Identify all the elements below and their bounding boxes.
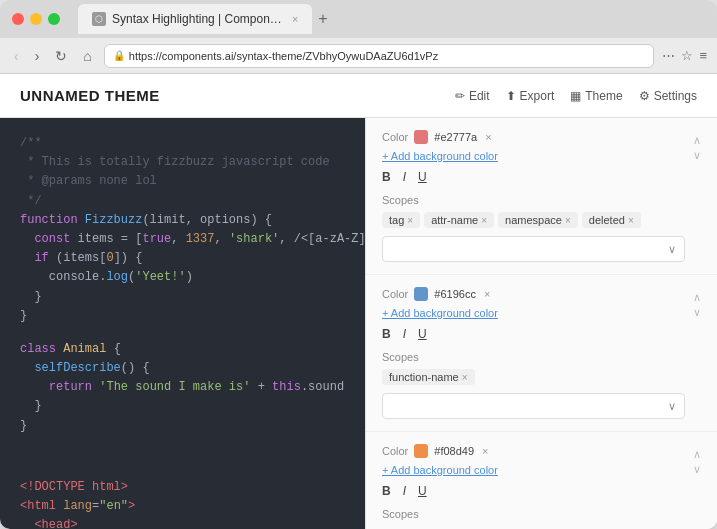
scopes-row-1: tag× attr-name× namespace× deleted× [382,212,685,228]
color-section-2: Color #6196cc × + Add background color B… [366,275,717,432]
code-line: * This is totally fizzbuzz javascript co… [20,153,345,172]
code-line: selfDescribe() { [20,359,345,378]
bookmark-button[interactable]: ☆ [681,48,693,63]
code-line: * @params none lol [20,172,345,191]
new-tab-button[interactable]: + [318,10,327,28]
color-remove-2[interactable]: × [484,288,490,300]
color-swatch-1[interactable] [414,130,428,144]
code-line: /** [20,134,345,153]
header-actions: ✏ Edit ⬆ Export ▦ Theme ⚙ Settings [455,89,697,103]
scope-remove[interactable]: × [628,215,634,226]
color-swatch-2[interactable] [414,287,428,301]
scopes-label-3: Scopes [382,508,685,520]
scopes-label-1: Scopes [382,194,685,206]
color-header-1: Color #e2777a × [382,130,685,144]
code-line: class Animal { [20,340,345,359]
tab-close-button[interactable]: × [292,13,298,25]
bold-button-3[interactable]: B [382,484,391,498]
color-remove-3[interactable]: × [482,445,488,457]
chevron-down-icon[interactable]: ∨ [693,463,701,476]
forward-button[interactable]: › [31,46,44,66]
code-line: <head> [20,516,345,529]
italic-button-3[interactable]: I [403,484,406,498]
color-swatch-3[interactable] [414,444,428,458]
edit-icon: ✏ [455,89,465,103]
color-label: Color [382,288,408,300]
page-title: UNNAMED THEME [20,87,455,104]
tab-title: Syntax Highlighting | Compon… [112,12,282,26]
chevron-down-icon: ∨ [668,400,676,413]
add-bg-link-1[interactable]: + Add background color [382,150,685,162]
code-line: } [20,417,345,436]
edit-button[interactable]: ✏ Edit [455,89,490,103]
italic-button-2[interactable]: I [403,327,406,341]
export-icon: ⬆ [506,89,516,103]
scope-remove[interactable]: × [462,372,468,383]
extensions-button[interactable]: ⋯ [662,48,675,63]
settings-button[interactable]: ⚙ Settings [639,89,697,103]
chevron-down-icon[interactable]: ∨ [693,149,701,162]
chevron-up-icon[interactable]: ∧ [693,134,701,147]
tab-favicon: ⬡ [92,12,106,26]
maximize-button[interactable] [48,13,60,25]
scope-tag: tag× [382,212,420,228]
bold-button-2[interactable]: B [382,327,391,341]
app-header: UNNAMED THEME ✏ Edit ⬆ Export ▦ Theme ⚙ … [0,74,717,118]
browser-titlebar: ⬡ Syntax Highlighting | Compon… × + [0,0,717,38]
menu-button[interactable]: ≡ [699,48,707,63]
color-remove-1[interactable]: × [485,131,491,143]
chevron-up-icon[interactable]: ∧ [693,448,701,461]
add-bg-link-2[interactable]: + Add background color [382,307,685,319]
minimize-button[interactable] [30,13,42,25]
color-hex-2: #6196cc [434,288,476,300]
home-button[interactable]: ⌂ [79,46,95,66]
code-line: <html lang="en"> [20,497,345,516]
code-line: <!DOCTYPE html> [20,478,345,497]
url-text: https://components.ai/syntax-theme/ZVbhy… [129,50,438,62]
format-buttons-1: B I U [382,170,685,184]
right-panel: Color #e2777a × + Add background color B… [365,118,717,529]
color-label: Color [382,131,408,143]
main-content: /** * This is totally fizzbuzz javascrip… [0,118,717,529]
underline-button-2[interactable]: U [418,327,427,341]
code-line: return 'The sound I make is' + this.soun… [20,378,345,397]
scope-remove[interactable]: × [481,215,487,226]
scope-tag: attr-name× [424,212,494,228]
browser-actions: ⋯ ☆ ≡ [662,48,707,63]
color-hex-3: #f08d49 [434,445,474,457]
code-line: } [20,397,345,416]
code-line: const items = [true, 1337, 'shark', /<[a… [20,230,345,249]
traffic-lights [12,13,60,25]
settings-label: Settings [654,89,697,103]
color-section-3: Color #f08d49 × + Add background color B… [366,432,717,529]
close-button[interactable] [12,13,24,25]
code-line: */ [20,192,345,211]
code-line: console.log('Yeet!') [20,268,345,287]
chevron-up-icon[interactable]: ∧ [693,291,701,304]
code-line: if (items[0]) { [20,249,345,268]
scope-remove[interactable]: × [407,215,413,226]
lock-icon: 🔒 [113,50,125,61]
browser-tab[interactable]: ⬡ Syntax Highlighting | Compon… × [78,4,312,34]
color-label: Color [382,445,408,457]
scopes-row-2: function-name× [382,369,685,385]
scope-dropdown-2[interactable]: ∨ [382,393,685,419]
theme-button[interactable]: ▦ Theme [570,89,622,103]
code-editor: /** * This is totally fizzbuzz javascrip… [0,118,365,529]
color-hex-1: #e2777a [434,131,477,143]
underline-button-3[interactable]: U [418,484,427,498]
back-button[interactable]: ‹ [10,46,23,66]
bold-button-1[interactable]: B [382,170,391,184]
italic-button-1[interactable]: I [403,170,406,184]
scope-remove[interactable]: × [565,215,571,226]
scope-tag: deleted× [582,212,641,228]
reload-button[interactable]: ↻ [51,46,71,66]
scope-dropdown-1[interactable]: ∨ [382,236,685,262]
underline-button-1[interactable]: U [418,170,427,184]
edit-label: Edit [469,89,490,103]
chevron-down-icon[interactable]: ∨ [693,306,701,319]
add-bg-link-3[interactable]: + Add background color [382,464,685,476]
section-controls-3: ∧ ∨ [693,448,701,476]
address-bar[interactable]: 🔒 https://components.ai/syntax-theme/ZVb… [104,44,655,68]
export-button[interactable]: ⬆ Export [506,89,555,103]
